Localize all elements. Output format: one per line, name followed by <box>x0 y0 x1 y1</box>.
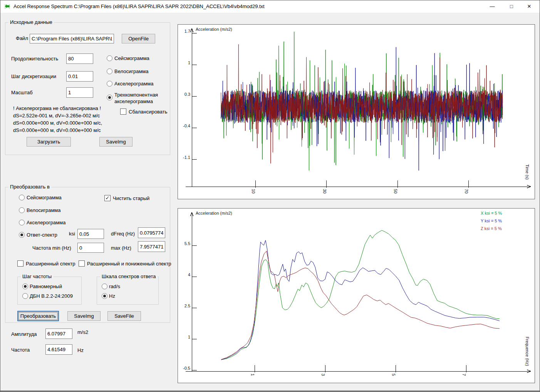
svg-text:1: 1 <box>250 374 255 376</box>
svg-text:7: 7 <box>462 374 466 376</box>
radio-to-velosigram-label: Велосиграмма <box>27 207 61 213</box>
svg-text:1: 1 <box>188 335 190 339</box>
source-group-title: Исходные данные <box>8 19 54 25</box>
warning-line: dS=0.000e+000 м, dV=0.000e+000 м/с <box>13 127 102 134</box>
radio-uniform-label: Равномерный <box>30 284 62 289</box>
minimize-button[interactable]: — <box>483 0 501 12</box>
duration-input[interactable] <box>66 53 93 64</box>
app-window: Accel Response Spectrum C:\Program Files… <box>0 0 540 392</box>
frequency-input[interactable] <box>45 344 72 355</box>
balance-warning: ! Акселерограма не сбалансирована ! dS=2… <box>13 105 102 134</box>
taskbar-edge <box>0 390 540 392</box>
radio-uniform[interactable] <box>22 284 28 289</box>
radio-seismogram[interactable] <box>107 55 112 61</box>
svg-text:-1.1: -1.1 <box>183 155 190 160</box>
balance-checkbox[interactable] <box>120 108 126 115</box>
fmax-input[interactable] <box>138 241 165 252</box>
open-file-button[interactable]: OpenFile <box>122 34 155 43</box>
load-button[interactable]: Загрузить <box>27 137 71 147</box>
svg-text:Time (s): Time (s) <box>525 164 530 180</box>
step-label: Шаг дискретизации <box>11 73 56 79</box>
convert-saveimg-button[interactable]: SaveImg <box>67 311 101 321</box>
warning-line: dS=0.000e+000 м, dV=0.000e+000 м/с, <box>13 119 102 127</box>
dfreq-label: dFreq (Hz) <box>111 231 135 237</box>
file-label: Файл <box>16 35 28 41</box>
svg-text:10: 10 <box>251 189 256 193</box>
spectrum-scale-group: Шкала спектров ответа <box>97 277 159 305</box>
svg-text:3: 3 <box>321 374 325 376</box>
app-icon <box>4 3 10 10</box>
radio-dbn-label: ДБН В.2.2-24:2009 <box>30 293 73 299</box>
svg-text:-0.5: -0.5 <box>183 366 190 370</box>
svg-text:5: 5 <box>391 374 396 376</box>
source-saveimg-button[interactable]: SaveImg <box>99 137 132 147</box>
radio-rad-s-label: rad/s <box>109 284 120 289</box>
radio-three-component-label: Трехкомпонентная акселерограмма <box>114 92 168 105</box>
radio-to-accelerogram[interactable] <box>19 220 25 225</box>
svg-text:30: 30 <box>322 189 327 193</box>
warning-line: ! Акселерограма не сбалансирована ! <box>13 105 102 112</box>
check-icon: ✓ <box>106 195 110 201</box>
radio-three-component[interactable] <box>107 95 112 100</box>
frequency-unit: Hz <box>77 347 84 353</box>
clear-old-checkbox[interactable]: ✓ <box>104 195 111 201</box>
scale-label: Масштаб <box>11 90 33 95</box>
maximize-button[interactable]: □ <box>503 0 520 12</box>
duration-label: Продолжительность <box>11 56 58 62</box>
convert-group-title: Преобразовать в <box>8 184 51 190</box>
dfreq-input[interactable] <box>138 227 165 238</box>
radio-hz[interactable] <box>102 293 107 299</box>
radio-velosigram[interactable] <box>107 68 112 74</box>
radio-to-accelerogram-label: Акселерограмма <box>27 220 65 225</box>
svg-text:Frequence (Hz): Frequence (Hz) <box>525 337 530 366</box>
radio-to-response-spectrum-label: Ответ-спектр <box>27 232 57 238</box>
convert-button[interactable]: Преобразовать <box>17 311 59 321</box>
extended-spectrum-checkbox[interactable] <box>17 260 23 267</box>
svg-text:5.5: 5.5 <box>184 241 190 246</box>
radio-seismogram-label: Сейсмограмма <box>114 55 149 61</box>
radio-rad-s[interactable] <box>102 284 107 289</box>
scale-input[interactable] <box>66 87 93 98</box>
ksi-input[interactable] <box>77 229 104 239</box>
extended-lowered-checkbox[interactable] <box>79 260 85 267</box>
radio-accelerogram[interactable] <box>107 81 112 87</box>
svg-text:Acceleration (m/s2): Acceleration (m/s2) <box>196 211 232 215</box>
amplitude-input[interactable] <box>45 329 72 339</box>
radio-hz-label: Hz <box>109 293 115 299</box>
freq-step-group-title: Шаг частоты <box>21 274 53 279</box>
frequency-label: Частота <box>11 347 30 353</box>
svg-text:2.5: 2.5 <box>184 304 190 308</box>
radio-velosigram-label: Велосиграмма <box>114 68 149 74</box>
radio-dbn[interactable] <box>22 293 28 299</box>
svg-text:X ksi = 5 %: X ksi = 5 % <box>481 211 502 215</box>
extended-lowered-label: Расширенный и пониженный спектр <box>87 261 171 267</box>
window-title: Accel Response Spectrum C:\Program Files… <box>13 3 265 9</box>
close-button[interactable]: ✕ <box>520 0 538 12</box>
radio-to-response-spectrum[interactable] <box>19 232 25 238</box>
radio-accelerogram-label: Акселерограмма <box>114 81 153 87</box>
svg-text:0.3: 0.3 <box>184 92 190 97</box>
accelerogram-chart: 1.710.3-0.4-1.110305070Time (s)Accelerat… <box>178 24 535 199</box>
freq-step-group: Шаг частоты <box>17 277 82 305</box>
svg-text:70: 70 <box>464 189 469 193</box>
fmin-input[interactable] <box>77 243 104 253</box>
radio-to-velosigram[interactable] <box>19 207 25 213</box>
svg-text:Z ksi = 5 %: Z ksi = 5 % <box>481 226 502 231</box>
amplitude-unit: m/s2 <box>77 329 88 335</box>
svg-text:-0.4: -0.4 <box>183 123 190 128</box>
step-input[interactable] <box>66 71 93 82</box>
radio-to-seismogram-label: Сейсмограмма <box>27 195 62 200</box>
balance-checkbox-label: Сбалансировать <box>129 109 167 115</box>
svg-text:1: 1 <box>188 60 190 65</box>
svg-text:Y ksi = 5 %: Y ksi = 5 % <box>481 219 502 223</box>
file-path-input[interactable] <box>30 34 114 43</box>
clear-old-checkbox-label: Чистить старый <box>113 195 149 201</box>
svg-text:50: 50 <box>393 189 398 193</box>
savefile-button[interactable]: SaveFile <box>107 311 141 321</box>
svg-text:1.7: 1.7 <box>184 29 190 33</box>
spectrum-scale-group-title: Шкала спектров ответа <box>100 274 158 279</box>
svg-text:4: 4 <box>188 272 190 277</box>
fmax-label: max (Hz) <box>111 245 131 251</box>
response-spectrum-chart: 5.542.51-0.51357Frequence (Hz)Accelerati… <box>178 208 535 383</box>
radio-to-seismogram[interactable] <box>19 195 25 200</box>
